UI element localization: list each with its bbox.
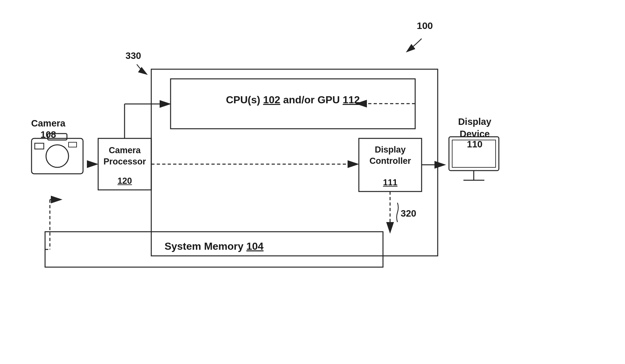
label-display-device: DisplayDevice: [446, 116, 504, 140]
label-330: 330: [126, 50, 141, 62]
svg-rect-20: [32, 138, 83, 174]
label-display-controller-num: 111: [359, 177, 422, 188]
label-system-memory: System Memory 104: [45, 240, 383, 253]
diagram: 100 Camera 108 CameraProcessor 120 CPU(s…: [0, 0, 625, 364]
label-camera-processor: CameraProcessor: [98, 145, 151, 167]
label-cpu-gpu: CPU(s) 102 and/or GPU 112: [171, 93, 415, 107]
svg-rect-23: [35, 143, 44, 149]
label-camera-processor-num: 120: [98, 175, 151, 187]
label-display-controller: DisplayController: [359, 144, 422, 167]
label-camera-num: 108: [21, 129, 76, 141]
label-display-device-num: 110: [446, 138, 504, 151]
label-100: 100: [417, 19, 433, 32]
diagram-svg: [0, 0, 625, 364]
svg-rect-24: [69, 142, 77, 147]
svg-point-22: [46, 145, 69, 167]
label-320: 320: [401, 208, 416, 220]
label-camera: Camera: [21, 117, 76, 130]
